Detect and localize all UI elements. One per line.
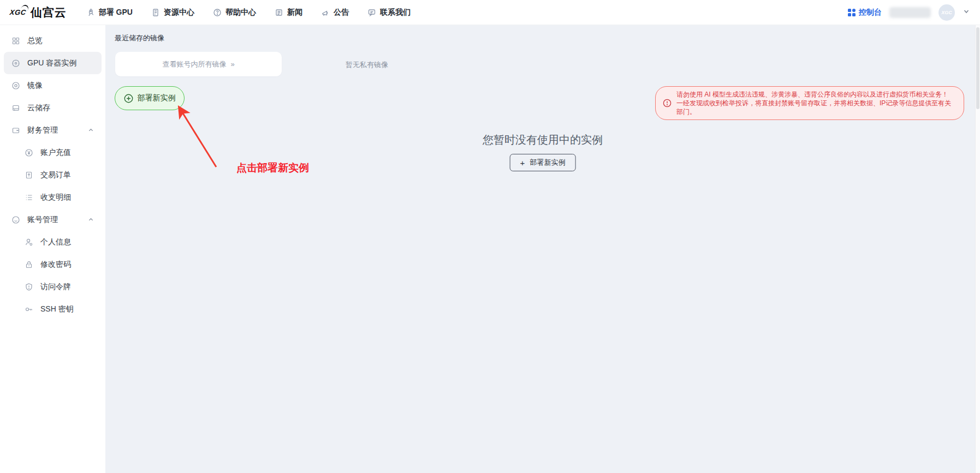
sidebar-item-transaction-orders[interactable]: 交易订单 <box>4 164 102 186</box>
nav-item-label: 部署 GPU <box>99 8 133 17</box>
vertical-scrollbar[interactable] <box>975 25 980 473</box>
nav-item-deploy-gpu[interactable]: 部署 GPU <box>86 8 133 17</box>
nav-item-label: 联系我们 <box>380 8 411 17</box>
ssh-key-icon <box>25 305 33 314</box>
collapse-chevron-up-icon[interactable] <box>88 215 94 224</box>
rocket-icon <box>86 8 95 17</box>
nav-item-announcement[interactable]: 公告 <box>321 8 349 17</box>
sidebar-item-account-recharge[interactable]: 账户充值 <box>4 141 102 164</box>
sidebar-item-images[interactable]: 镜像 <box>4 74 102 97</box>
logo-xgc-mark: XGC <box>9 8 27 16</box>
sidebar-item-label: 镜像 <box>27 81 43 91</box>
help-center-icon <box>213 8 222 17</box>
sidebar-item-label: 交易订单 <box>40 170 71 180</box>
view-all-images-card[interactable]: 查看账号内所有镜像 » <box>115 52 282 76</box>
token-shield-icon <box>25 283 33 291</box>
nav-item-label: 公告 <box>334 8 349 17</box>
sidebar-item-label: SSH 密钥 <box>40 304 74 314</box>
sidebar-item-finance[interactable]: 财务管理 <box>4 119 102 141</box>
double-chevron-right-icon: » <box>230 60 234 68</box>
account-dropdown-toggle[interactable] <box>963 8 970 17</box>
sidebar-item-label: 访问令牌 <box>40 282 71 292</box>
contact-icon <box>367 8 376 17</box>
username-redacted <box>889 7 931 18</box>
sidebar-item-overview[interactable]: 总览 <box>4 29 102 52</box>
sidebar-item-label: 云储存 <box>27 103 50 113</box>
sidebar-item-label: 修改密码 <box>40 260 71 270</box>
plus-icon: + <box>520 158 525 167</box>
sidebar-item-income-expense-details[interactable]: 收支明细 <box>4 186 102 208</box>
resource-center-icon <box>151 8 160 17</box>
nav-item-resource-center[interactable]: 资源中心 <box>151 8 194 17</box>
plus-circle-icon <box>124 94 133 103</box>
console-dashboard-icon <box>848 9 856 16</box>
sidebar-item-label: GPU 容器实例 <box>27 58 76 68</box>
warning-text: 请勿使用 AI 模型生成违法违规、涉黄涉暴、违背公序良俗的内容以及进行虚拟货币相… <box>676 90 955 116</box>
nav-item-label: 帮助中心 <box>225 8 256 17</box>
warning-line-2: 一经发现或收到检举投诉，将直接封禁账号留存取证，并将相关数据、IP记录等信息提供… <box>676 99 955 116</box>
navbar-right: 控制台 XGC <box>848 4 970 21</box>
sidebar-item-label: 账号管理 <box>27 215 58 225</box>
details-list-icon <box>25 193 33 202</box>
sidebar-item-change-password[interactable]: 修改密码 <box>4 253 102 276</box>
nav-item-label: 新闻 <box>287 8 302 17</box>
scrollbar-thumb[interactable] <box>976 27 979 109</box>
finance-wallet-icon <box>11 126 20 135</box>
announcement-icon <box>321 8 330 17</box>
profile-person-icon <box>25 238 33 247</box>
nav-menu: 部署 GPU 资源中心 帮助中心 新闻 公告 联系我们 <box>86 8 411 17</box>
recent-images-title: 最近储存的镜像 <box>115 33 164 43</box>
brand-logo[interactable]: XGC 仙宫云 <box>10 5 67 20</box>
nav-item-help-center[interactable]: 帮助中心 <box>213 8 256 17</box>
top-navbar: XGC 仙宫云 部署 GPU 资源中心 帮助中心 新闻 公告 联系我们 <box>0 0 980 25</box>
sidebar-item-label: 账户充值 <box>40 148 71 158</box>
nav-item-label: 资源中心 <box>164 8 194 17</box>
warning-exclamation-icon <box>663 99 672 107</box>
news-icon <box>275 8 283 17</box>
chevron-down-icon <box>963 8 970 15</box>
cloud-storage-icon <box>11 104 20 112</box>
empty-state-deploy-button[interactable]: + 部署新实例 <box>510 154 576 171</box>
annotation-text: 点击部署新实例 <box>236 161 309 175</box>
recharge-coin-icon <box>25 148 33 157</box>
sidebar-nav: 总览 GPU 容器实例 镜像 云储存 财务管理 账户充值 交易订单 收支明细 账… <box>0 25 105 473</box>
image-disc-icon <box>11 81 20 90</box>
empty-state-title: 您暂时没有使用中的实例 <box>105 133 980 147</box>
logo-brand-name: 仙宫云 <box>31 5 67 20</box>
sidebar-item-label: 收支明细 <box>40 193 71 202</box>
console-link[interactable]: 控制台 <box>848 8 882 17</box>
password-lock-icon <box>25 260 33 269</box>
sidebar-item-personal-info[interactable]: 个人信息 <box>4 231 102 253</box>
sidebar-item-access-tokens[interactable]: 访问令牌 <box>4 276 102 298</box>
sidebar-item-label: 个人信息 <box>40 237 71 247</box>
sidebar-item-ssh-keys[interactable]: SSH 密钥 <box>4 298 102 320</box>
overview-grid-icon <box>11 37 20 45</box>
no-private-images-text: 暂无私有镜像 <box>346 60 388 70</box>
nav-item-contact-us[interactable]: 联系我们 <box>367 8 411 17</box>
warning-line-1: 请勿使用 AI 模型生成违法违规、涉黄涉暴、违背公序良俗的内容以及进行虚拟货币相… <box>676 90 955 99</box>
deploy-button-label: 部署新实例 <box>138 93 176 103</box>
sidebar-item-account-management[interactable]: 账号管理 <box>4 208 102 231</box>
ai-usage-warning-banner: 请勿使用 AI 模型生成违法违规、涉黄涉暴、违背公序良俗的内容以及进行虚拟货币相… <box>655 86 964 120</box>
order-doc-icon <box>25 171 33 179</box>
console-label: 控制台 <box>859 8 882 17</box>
user-avatar[interactable]: XGC <box>939 4 955 21</box>
view-all-images-label: 查看账号内所有镜像 <box>162 59 226 69</box>
sidebar-item-label: 财务管理 <box>27 125 58 135</box>
sidebar-item-gpu-instances[interactable]: GPU 容器实例 <box>4 52 102 74</box>
empty-deploy-button-label: 部署新实例 <box>530 158 565 167</box>
nav-item-news[interactable]: 新闻 <box>275 8 302 17</box>
main-content: 最近储存的镜像 查看账号内所有镜像 » 暂无私有镜像 部署新实例 请勿使用 AI… <box>105 25 980 473</box>
collapse-chevron-up-icon[interactable] <box>88 126 94 135</box>
gpu-instance-icon <box>11 59 20 68</box>
sidebar-item-cloud-storage[interactable]: 云储存 <box>4 97 102 119</box>
account-smiley-icon <box>11 215 20 224</box>
sidebar-item-label: 总览 <box>27 36 43 46</box>
